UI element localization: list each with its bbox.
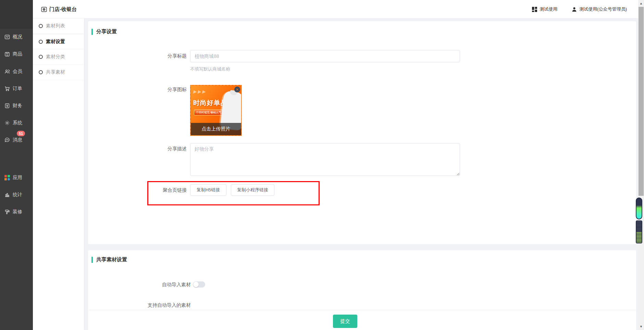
member-icon [4,69,10,74]
sidebar-item-order[interactable]: 订单 [4,85,22,93]
copy-h5-link-button[interactable]: 复制H5链接 [190,184,226,196]
copy-miniprogram-link-button[interactable]: 复制小程序链接 [231,184,274,196]
test-use-button[interactable]: 测试使用 [532,6,557,12]
message-count-badge: 51 [17,131,25,136]
submenu-item-material-settings[interactable]: 素材设置 [33,34,84,49]
sidebar-item-goods[interactable]: 商品 [4,50,22,58]
submenu-item-material-list[interactable]: 素材列表 [33,18,84,34]
sidebar-item-member[interactable]: 会员 [4,67,22,76]
submenu-item-material-category[interactable]: 素材分类 [33,49,84,65]
sidebar-item-message[interactable]: 消息 51 [4,136,22,144]
finance-icon [4,103,10,109]
auto-import-support-label: 支持自动导入的素材 [88,302,191,308]
sidebar-item-apps[interactable]: 应用 [4,174,22,182]
radio-circle-icon [39,70,43,74]
auto-import-toggle[interactable] [193,281,205,288]
top-header: 门店-收银台 测试使用 测试使用(公众号管理员) [33,0,644,18]
paint-roller-icon [4,209,10,215]
submenu-item-shared-material[interactable]: 共享素材 [33,65,84,80]
header-actions: 测试使用 测试使用(公众号管理员) [532,0,627,18]
scroll-overlay-stripe-widget [636,220,642,243]
dashboard-grid-icon [532,7,537,12]
promo-banner: 个性时髦范 畅销人气 [194,110,223,115]
scrollbar-up-arrow[interactable]: ▲ [638,1,644,6]
account-menu[interactable]: 测试使用(公众号管理员) [572,6,627,12]
app-logo [0,0,33,29]
share-settings-card: 分享设置 分享标题 不填写默认商城名称 分享图标 ▶▶▶ 时尚好单品 个性时髦范… [88,21,636,244]
page-scrollbar[interactable]: ▲ ▼ [638,0,644,330]
section-accent-bar [91,257,93,263]
promo-arrows-decoration: ▶▶▶ [193,89,207,94]
section-header: 共享素材设置 [91,256,127,263]
scrollbar-thumb[interactable] [639,7,644,196]
goods-icon [4,51,10,57]
sidebar-item-stats[interactable]: 统计 [4,191,22,199]
share-icon-upload[interactable]: ▶▶▶ 时尚好单品 个性时髦范 畅销人气 点击上传照片 ✕ [190,85,242,136]
radio-circle-icon [39,40,43,44]
section-title: 分享设置 [96,28,117,35]
submit-button[interactable]: 提交 [333,315,357,328]
share-title-input[interactable] [190,50,460,62]
upload-photo-overlay[interactable]: 点击上传照片 [191,123,241,135]
aggregate-link-label: 聚合页链接 [88,187,187,193]
share-title-hint: 不填写默认商城名称 [190,66,230,72]
message-icon [4,137,10,143]
share-desc-label: 分享描述 [88,146,187,152]
auto-import-label: 自动导入素材 [88,282,191,288]
app-sidebar: 概况 商品 会员 订单 财务 系统 消息 51 应用 统计 装修 [0,0,33,330]
remove-image-icon[interactable]: ✕ [234,87,240,92]
bar-chart-icon [4,192,10,198]
radio-circle-icon [39,55,43,59]
section-title: 共享素材设置 [96,256,127,263]
sidebar-item-system[interactable]: 系统 [4,119,22,127]
sidebar-item-decorate[interactable]: 装修 [4,208,22,216]
scroll-overlay-meter-widget [636,198,642,219]
sidebar-item-overview[interactable]: 概况 [4,33,22,41]
gear-icon [4,120,10,126]
share-icon-label: 分享图标 [88,87,187,93]
order-cart-icon [4,86,10,91]
user-icon [572,7,577,12]
section-accent-bar [91,29,93,35]
apps-icon [4,175,10,180]
overview-icon [4,34,10,40]
scrollbar-down-arrow[interactable]: ▼ [638,324,644,329]
form-footer: 提交 [88,310,636,330]
store-icon [41,7,47,12]
radio-circle-icon [39,24,43,28]
page-title: 门店-收银台 [41,0,77,18]
section-header: 分享设置 [91,28,117,35]
share-desc-textarea[interactable] [190,143,460,176]
share-title-label: 分享标题 [88,53,187,59]
sidebar-item-finance[interactable]: 财务 [4,102,22,110]
toggle-knob [193,282,199,287]
material-submenu: 素材列表 素材设置 素材分类 共享素材 [33,18,84,330]
